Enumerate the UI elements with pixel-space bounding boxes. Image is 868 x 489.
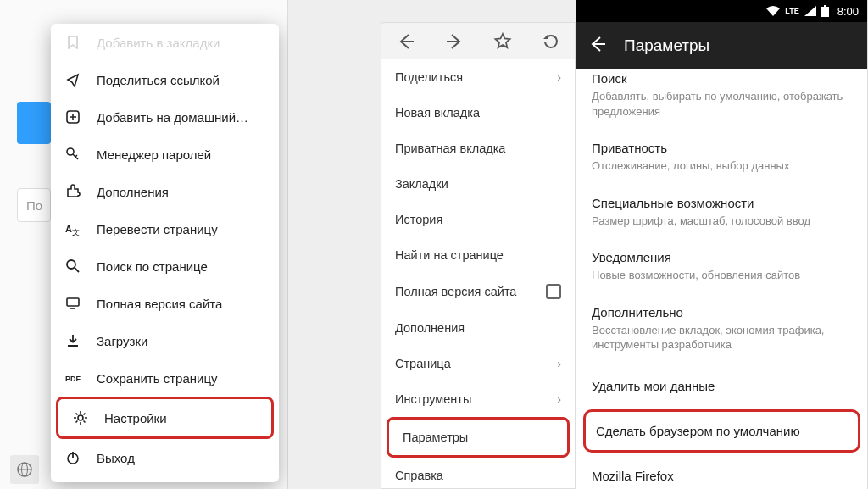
battery-icon [821,5,829,17]
setting-subtitle: Новые возможности, обновления сайтов [592,268,852,283]
menu-item-search[interactable]: Поиск по странице [51,247,279,285]
reload-icon [542,32,560,51]
menu-item-label: Перевести страницу [97,222,265,236]
arrow-right-icon [445,32,464,51]
setting-subtitle: Восстановление вкладок, экономия трафика… [592,323,852,353]
menu-item-desktop[interactable]: Полная версия сайта [51,285,279,322]
menu-item-label: Полная версия сайта [97,297,265,311]
menu-item-label: Менеджер паролей [97,147,265,162]
svg-rect-19 [821,7,829,17]
menu-item[interactable]: Дополнения [381,310,575,346]
browser-menu: Поделиться›Новая вкладкаПриватная вкладк… [381,59,576,489]
pdf-icon: PDF [64,370,81,386]
power-icon [64,449,81,466]
menu-item-label: Настройки [104,411,258,425]
menu-item[interactable]: Страница› [381,346,575,381]
setting-item[interactable]: ПоискДобавлять, выбирать по умолчанию, о… [576,69,867,131]
menu-item-key[interactable]: Менеджер паролей [51,136,279,173]
menu-item-label: Поиск по странице [97,259,265,274]
menu-item-label: Поделиться ссылкой [97,73,265,87]
menu-item-translate[interactable]: A文 Перевести страницу [51,210,279,247]
forward-button[interactable] [436,23,473,60]
menu-item-pdf[interactable]: PDF Сохранить страницу [51,359,279,397]
menu-item[interactable]: Закладки [381,166,575,202]
setting-item[interactable]: УведомленияНовые возможности, обновления… [576,240,867,295]
browser-toolbar [381,22,576,59]
tile-selected [17,102,51,144]
desktop-icon [64,295,81,312]
setting-item[interactable]: Специальные возможностиРазмер шрифта, ма… [576,186,867,241]
svg-rect-20 [824,5,826,7]
checkbox[interactable] [546,284,561,299]
menu-item[interactable]: Поделиться› [381,59,575,95]
setting-item[interactable]: Сделать браузером по умолчанию [583,409,860,453]
setting-title: Удалить мои данные [592,379,852,393]
puzzle-icon [64,183,81,200]
key-icon [64,146,81,163]
menu-item-label: Инструменты [395,392,471,406]
setting-title: Уведомления [592,250,852,264]
setting-item[interactable]: Удалить мои данные [576,364,867,408]
home-add-icon [64,108,81,125]
menu-item[interactable]: Параметры [387,417,570,458]
menu-item-puzzle[interactable]: Дополнения [51,173,279,210]
menu-item-label: История [395,213,442,226]
gear-icon [72,409,89,426]
menu-item[interactable]: Полная версия сайта [381,273,575,310]
menu-item-ghost: Добавить в закладки [51,24,279,61]
setting-title: Дополнительно [592,305,852,320]
menu-item-gear[interactable]: Настройки [56,397,274,439]
svg-point-14 [78,415,83,420]
setting-subtitle: Размер шрифта, масштаб, голосовой ввод [592,214,852,229]
menu-item[interactable]: История [381,202,575,237]
svg-point-9 [67,260,75,269]
menu-item-download[interactable]: Загрузки [51,322,279,359]
back-button[interactable] [387,23,425,60]
arrow-left-icon [397,32,415,51]
svg-text:PDF: PDF [65,375,81,383]
menu-item-power[interactable]: Выход [51,439,279,476]
chevron-right-icon: › [557,70,561,84]
setting-title: Mozilla Firefox [592,469,852,483]
arrow-left-icon [588,35,607,53]
globe-icon [17,462,32,477]
menu-item-share[interactable]: Поделиться ссылкой [51,61,279,98]
setting-item[interactable]: Mozilla Firefox [576,454,867,489]
setting-item[interactable]: ДополнительноВосстановление вкладок, эко… [576,295,867,364]
setting-title: Специальные возможности [592,196,852,210]
bookmark-button[interactable] [484,23,521,60]
download-icon [64,332,81,349]
search-field-background: По [17,188,51,222]
menu-item[interactable]: Новая вкладка [381,95,575,131]
wifi-icon [766,6,780,16]
svg-rect-11 [67,298,79,306]
menu-item-label: Приватная вкладка [395,142,505,155]
setting-title: Сделать браузером по умолчанию [596,424,848,438]
menu-item-label: Страница [395,357,451,370]
phone-screenshot-3: LTE 8:00 Параметры ПоискДобавлять, выбир… [576,0,868,489]
menu-item-label: Закладки [395,177,448,191]
back-button[interactable] [588,35,607,57]
menu-item-home-add[interactable]: Добавить на домашний… [51,98,279,136]
menu-item[interactable]: Справка [381,458,575,489]
reload-button[interactable] [532,23,570,60]
bookmark-icon [64,34,81,51]
menu-item[interactable]: Найти на странице [381,237,575,273]
share-icon [64,71,81,88]
menu-item-label: Добавить в закладки [97,36,265,50]
setting-item[interactable]: ПриватностьОтслеживание, логины, выбор д… [576,131,867,186]
svg-text:文: 文 [72,228,80,236]
svg-text:A: A [65,224,72,234]
clock-label: 8:00 [837,5,859,18]
menu-item[interactable]: Инструменты› [381,381,575,417]
signal-icon [804,6,816,16]
menu-item-label: Новая вкладка [395,106,480,119]
setting-title: Поиск [592,71,852,86]
menu-item-label: Выход [97,451,265,465]
search-icon [64,258,81,275]
menu-item-label: Дополнения [395,321,465,335]
menu-item-label: Параметры [403,431,468,444]
setting-title: Приватность [592,141,852,155]
page-title: Параметры [624,36,709,55]
menu-item[interactable]: Приватная вкладка [381,131,575,166]
